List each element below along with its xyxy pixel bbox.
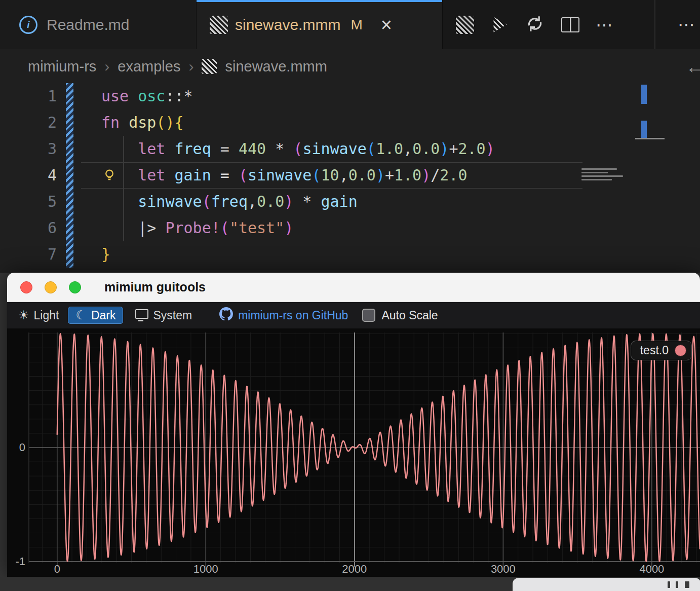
tab-label: Readme.md <box>47 16 129 33</box>
tab-sinewave[interactable]: sinewave.mmm M × <box>197 0 443 49</box>
minimap[interactable] <box>581 168 630 182</box>
split-editor-icon[interactable] <box>561 17 579 32</box>
x-tick-label: 0 <box>54 563 60 576</box>
legend[interactable]: test.0 <box>631 341 692 360</box>
breadcrumb-item[interactable]: mimium-rs <box>28 58 96 75</box>
waveform-plot: 010002000300040000-1 test.0 <box>7 328 700 577</box>
auto-scale-checkbox[interactable] <box>362 309 375 322</box>
code-line[interactable]: 2fn dsp(){ <box>0 109 700 136</box>
line-number: 5 <box>0 189 57 215</box>
theme-system-label: System <box>153 309 192 322</box>
tab-label: sinewave.mmm <box>235 16 340 33</box>
editor-tab-bar: i Readme.md sinewave.mmm M × ⋯ <box>0 0 700 49</box>
mimium-guitools-window: mimium guitools ☀ Light ☾ Dark System mi… <box>7 273 700 577</box>
back-arrow-icon[interactable]: ← <box>686 56 700 78</box>
breadcrumb-item[interactable]: examples <box>118 58 180 75</box>
monitor-icon <box>135 309 148 319</box>
close-window-button[interactable] <box>20 281 32 293</box>
theme-light-button[interactable]: ☀ Light <box>18 308 59 322</box>
code-line[interactable]: 1use osc::* <box>0 83 700 109</box>
editor-group-divider <box>654 0 655 49</box>
line-number: 1 <box>0 83 57 109</box>
theme-dark-label: Dark <box>91 309 116 322</box>
window-fragment-glyph <box>668 581 670 588</box>
mimium-file-icon[interactable] <box>456 16 474 34</box>
x-tick-label: 4000 <box>639 563 664 576</box>
run-icon[interactable] <box>490 16 509 34</box>
window-titlebar[interactable]: mimium guitools <box>7 273 700 302</box>
current-line-highlight <box>81 162 582 189</box>
y-tick-label: 0 <box>7 441 25 454</box>
series-toggle-dot[interactable] <box>675 345 686 356</box>
x-tick-label: 3000 <box>491 563 516 576</box>
legend-label: test.0 <box>640 344 669 357</box>
code-editor[interactable]: 1use osc::*2fn dsp(){3 let freq = 440 * … <box>0 83 700 273</box>
breadcrumb: mimium-rs › examples › sinewave.mmm ← <box>0 49 700 84</box>
x-tick-label: 1000 <box>193 563 218 576</box>
auto-scale-label: Auto Scale <box>381 309 438 322</box>
x-tick-label: 2000 <box>342 563 367 576</box>
minimize-window-button[interactable] <box>45 281 57 293</box>
code-line[interactable]: 6 |> Probe!("test") <box>0 215 700 241</box>
mimium-file-icon <box>202 59 217 74</box>
code-line[interactable]: 3 let freq = 440 * (sinwave(1.0,0.0)+2.0… <box>0 136 700 162</box>
code-line[interactable]: 5 sinwave(freq,0.0) * gain <box>0 189 700 215</box>
sync-changes-icon[interactable] <box>525 15 545 35</box>
line-number: 3 <box>0 136 57 162</box>
modified-badge: M <box>351 17 362 33</box>
screen: i Readme.md sinewave.mmm M × ⋯ <box>0 0 700 591</box>
theme-system-button[interactable]: System <box>135 309 192 322</box>
background-window-fragment <box>513 578 700 591</box>
auto-scale-toggle[interactable]: Auto Scale <box>362 309 438 322</box>
window-fragment-glyph <box>685 581 689 588</box>
close-icon[interactable]: × <box>381 15 392 34</box>
zoom-window-button[interactable] <box>69 281 81 293</box>
theme-light-label: Light <box>34 309 59 322</box>
more-actions-icon[interactable]: ⋯ <box>678 14 696 34</box>
window-fragment-glyph <box>676 581 678 588</box>
line-number: 2 <box>0 109 57 136</box>
mimium-file-icon <box>210 16 228 34</box>
window-title: mimium guitools <box>104 280 206 294</box>
lightbulb-icon[interactable] <box>103 168 116 183</box>
overview-ruler-mark <box>641 85 647 104</box>
breadcrumb-item[interactable]: sinewave.mmm <box>225 58 327 75</box>
github-link-label: mimium-rs on GitHub <box>238 309 348 322</box>
chevron-right-icon: › <box>188 58 193 75</box>
line-number: 6 <box>0 215 57 241</box>
github-link[interactable]: mimium-rs on GitHub <box>219 307 348 324</box>
chevron-right-icon: › <box>104 58 109 75</box>
git-modified-gutter <box>66 83 73 268</box>
y-tick-label: -1 <box>7 555 25 568</box>
overview-ruler-mark <box>641 121 647 139</box>
indent-guide <box>123 136 124 241</box>
info-icon: i <box>19 16 37 34</box>
code-line[interactable]: 7} <box>0 241 700 268</box>
guitools-toolbar: ☀ Light ☾ Dark System mimium-rs on GitHu… <box>7 302 700 328</box>
more-actions-icon[interactable]: ⋯ <box>596 15 614 35</box>
sun-icon: ☀ <box>18 308 29 322</box>
line-number: 4 <box>0 162 57 189</box>
minimap-slider-edge <box>635 138 665 139</box>
active-tab-indicator <box>197 0 442 2</box>
editor-actions: ⋯ <box>456 0 614 49</box>
plot-canvas <box>7 328 700 577</box>
theme-dark-button[interactable]: ☾ Dark <box>68 307 123 324</box>
line-number: 7 <box>0 241 57 268</box>
moon-icon: ☾ <box>75 308 87 322</box>
github-icon <box>219 307 233 324</box>
tab-readme[interactable]: i Readme.md <box>0 0 197 49</box>
